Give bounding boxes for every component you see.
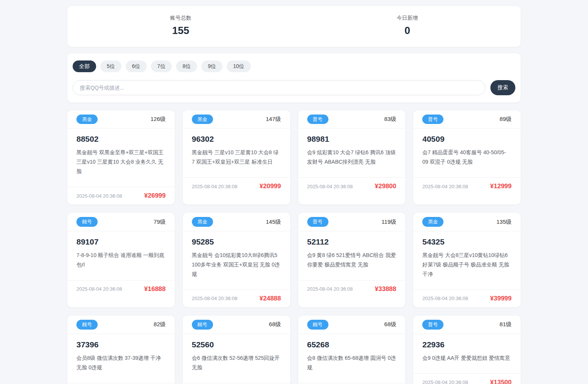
account-card[interactable]: 黑金 147级 96302 黑金靓号 三星v10 三星黄10 大会8 绿7 双国…	[183, 110, 290, 205]
card-header: 黑金 145级	[183, 213, 290, 231]
category-badge: 普号	[422, 115, 443, 124]
card-footer: 2025-08-04 20:36:08 ¥13500	[413, 373, 521, 384]
card-footer: 2025-08-04 20:36:08 ¥13999	[298, 383, 406, 384]
account-level: 145级	[266, 218, 281, 226]
account-card[interactable]: 靓号 82级 37396 会员8级 微信满次数 37-39递增 干净 无脸 0违…	[67, 316, 175, 384]
account-level: 126级	[151, 116, 166, 123]
digit-filter-tab[interactable]: 9位	[201, 60, 222, 72]
listing-date: 2025-08-04 20:36:08	[422, 296, 468, 301]
category-badge: 黑金	[192, 115, 213, 124]
category-badge: 靓号	[76, 320, 98, 330]
price: ¥39999	[490, 295, 512, 302]
listing-date: 2025-08-04 20:36:08	[307, 286, 353, 292]
stat-today-label: 今日新增	[294, 15, 521, 22]
card-body: 89107 7-8-9-10 顺子组合 谁用谁顺 一顺到底 包rl	[67, 231, 175, 280]
card-footer: 2025-08-04 20:36:08 ¥26999	[67, 187, 175, 204]
qq-number: 88502	[76, 135, 166, 144]
card-footer: 2025-08-04 20:36:08 ¥13999	[183, 383, 290, 384]
card-footer: 2025-08-04 20:36:08 ¥24888	[183, 290, 290, 307]
listing-date: 2025-08-04 20:36:08	[307, 184, 353, 189]
digit-filter-tab[interactable]: 6位	[126, 60, 147, 72]
card-body: 52112 会9 黄8 绿6 521爱情号 ABC组合 我爱你要爱 极品爱情寓意…	[298, 231, 406, 280]
category-badge: 普号	[307, 217, 328, 227]
card-header: 黑金 135级	[413, 213, 521, 231]
card-header: 普号 89级	[413, 110, 521, 129]
search-input[interactable]	[73, 80, 485, 95]
stats-panel: 账号总数 155 今日新增 0	[67, 6, 521, 47]
category-badge: 普号	[307, 115, 328, 124]
digit-filter-tab[interactable]: 8位	[176, 60, 197, 72]
category-badge: 靓号	[192, 320, 213, 330]
listing-date: 2025-08-04 20:36:08	[192, 184, 238, 189]
digit-filter-tab[interactable]: 全部	[73, 60, 96, 72]
price: ¥13500	[490, 379, 512, 384]
account-card[interactable]: 普号 89级 40509 会7 精品蛋蛋号 40客服号 40-50/05-09 …	[413, 110, 521, 205]
card-footer: 2025-08-04 20:36:08 ¥29800	[298, 177, 406, 195]
account-description: 会7 精品蛋蛋号 40客服号 40-50/05-09 双混子 0违规 无脸	[422, 148, 512, 167]
digit-filter-tab[interactable]: 5位	[100, 60, 121, 72]
card-body: 52560 会6 微信满次数 52-56递增 525回旋开 无脸	[183, 334, 290, 383]
account-level: 68级	[269, 321, 281, 328]
account-level: 119级	[381, 218, 396, 226]
card-header: 普号 81级	[413, 316, 521, 334]
account-level: 82级	[154, 321, 166, 328]
stat-new-today: 今日新增 0	[294, 15, 521, 37]
account-level: 89级	[499, 116, 512, 123]
qq-number: 95285	[192, 237, 281, 246]
digit-filter-tabs: 全部5位6位7位8位9位10位	[73, 60, 515, 72]
card-body: 22936 会9 0违规 AA开 爱爱就想妞 爱情寓意	[413, 334, 521, 373]
account-description: 黑金靓号 大会8三星v10黄钻10绿钻6好莱7级 极品顺子号 极品准全顺 无脸干…	[422, 251, 512, 279]
account-card[interactable]: 黑金 126级 88502 黑金靓号 双黑金至尊+双三星+双国王 三星v10 三…	[67, 110, 175, 205]
account-description: 会9 0违规 AA开 爱爱就想妞 爱情寓意	[422, 353, 512, 363]
card-footer: 2025-08-04 20:36:08 ¥13999	[67, 383, 175, 384]
account-description: 会9 炫彩黄10 大会7 绿钻6 腾讯6 顶级发财号 ABABC排列漂亮 无脸	[307, 148, 397, 167]
card-body: 98981 会9 炫彩黄10 大会7 绿钻6 腾讯6 顶级发财号 ABABC排列…	[298, 129, 406, 177]
account-description: 会员8级 微信满次数 37-39递增 干净 无脸 0违规	[76, 353, 166, 372]
card-body: 96302 黑金靓号 三星v10 三星黄10 大会8 绿7 双国王+双皇冠+双三…	[183, 129, 290, 177]
price: ¥33888	[375, 285, 397, 293]
account-level: 83级	[384, 116, 397, 123]
qq-number: 89107	[76, 237, 166, 246]
account-card[interactable]: 靓号 68级 52560 会6 微信满次数 52-56递增 525回旋开 无脸 …	[183, 316, 290, 384]
account-card[interactable]: 黑金 145级 95285 黑金靓号 会10炫彩黄10大8绿6腾讯5 100多年…	[183, 213, 290, 307]
digit-filter-tab[interactable]: 7位	[151, 60, 172, 72]
category-badge: 靓号	[76, 217, 98, 227]
account-description: 会6 微信满次数 52-56递增 525回旋开 无脸	[192, 353, 281, 372]
account-description: 7-8-9-10 顺子组合 谁用谁顺 一顺到底 包rl	[76, 251, 166, 269]
card-header: 靓号 68级	[183, 316, 290, 334]
stat-today-value: 0	[294, 25, 521, 37]
card-footer: 2025-08-04 20:36:08 ¥20999	[183, 177, 290, 195]
search-button[interactable]: 搜索	[490, 80, 515, 95]
account-description: 会8 微信满次数 65-68递增 圆润号 0违规	[307, 353, 397, 372]
account-card[interactable]: 靓号 79级 89107 7-8-9-10 顺子组合 谁用谁顺 一顺到底 包rl…	[67, 213, 175, 307]
qq-number: 98981	[307, 135, 397, 144]
qq-number: 65268	[307, 340, 397, 349]
stat-total-value: 155	[67, 25, 294, 37]
qq-number: 96302	[192, 135, 281, 144]
card-body: 95285 黑金靓号 会10炫彩黄10大8绿6腾讯5 100多年业务 双国王+双…	[183, 231, 290, 290]
category-badge: 黑金	[192, 217, 213, 227]
card-footer: 2025-08-04 20:36:08 ¥16888	[67, 280, 175, 298]
price: ¥12999	[490, 183, 512, 190]
qq-number: 37396	[76, 340, 166, 349]
account-card[interactable]: 普号 83级 98981 会9 炫彩黄10 大会7 绿钻6 腾讯6 顶级发财号 …	[298, 110, 406, 205]
listing-date: 2025-08-04 20:36:08	[76, 193, 122, 199]
account-description: 会9 黄8 绿6 521爱情号 ABC组合 我爱你要爱 极品爱情寓意 无脸	[307, 251, 397, 269]
digit-filter-tab[interactable]: 10位	[227, 60, 251, 72]
listing-date: 2025-08-04 20:36:08	[192, 296, 238, 301]
qq-number: 22936	[422, 340, 512, 349]
account-card[interactable]: 黑金 135级 54325 黑金靓号 大会8三星v10黄钻10绿钻6好莱7级 极…	[413, 213, 521, 307]
qq-number: 52112	[307, 237, 397, 246]
account-level: 147级	[266, 116, 281, 123]
account-card[interactable]: 靓号 68级 65268 会8 微信满次数 65-68递增 圆润号 0违规 20…	[298, 316, 406, 384]
account-card[interactable]: 普号 119级 52112 会9 黄8 绿6 521爱情号 ABC组合 我爱你要…	[298, 213, 406, 307]
account-card[interactable]: 普号 81级 22936 会9 0违规 AA开 爱爱就想妞 爱情寓意 2025-…	[413, 316, 521, 384]
account-description: 黑金靓号 会10炫彩黄10大8绿6腾讯5 100多年业务 双国王+双皇冠 无脸 …	[192, 251, 281, 279]
card-footer: 2025-08-04 20:36:08 ¥33888	[298, 280, 406, 298]
listing-date: 2025-08-04 20:36:08	[422, 379, 468, 384]
qq-number: 52560	[192, 340, 281, 349]
stat-total-label: 账号总数	[67, 15, 294, 22]
card-footer: 2025-08-04 20:36:08 ¥39999	[413, 290, 521, 307]
price: ¥24888	[260, 295, 281, 302]
category-badge: 黑金	[422, 217, 443, 227]
